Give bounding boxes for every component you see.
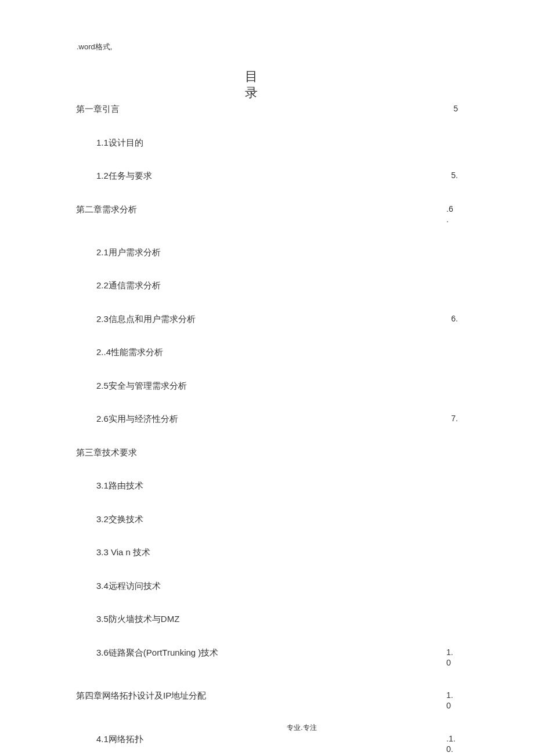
- toc-row: 3.5防火墙技术与DMZ: [76, 613, 458, 625]
- toc-label: 2.1用户需求分析: [96, 247, 161, 258]
- toc-page: 7.: [446, 413, 458, 424]
- toc-label: 2.6实用与经济性分析: [96, 413, 178, 425]
- toc-label: 3.5防火墙技术与DMZ: [96, 613, 179, 625]
- toc-label: 第三章技术要求: [76, 447, 137, 458]
- toc-label: 3.4远程访问技术: [96, 580, 161, 592]
- toc-row: 2.2通信需求分析: [76, 280, 458, 291]
- footer-note-text: 专业.专注: [217, 723, 316, 733]
- toc-row: 3.2交换技术: [76, 513, 458, 525]
- toc-label: 4.1网络拓扑: [96, 733, 143, 745]
- toc-label: 2.5安全与管理需求分析: [96, 380, 187, 392]
- toc-row: 第三章技术要求: [76, 447, 458, 458]
- toc-page: .6 .: [446, 204, 458, 225]
- toc-label: 3.1路由技术: [96, 480, 143, 491]
- toc-row: 4.1网络拓扑.1. 0.: [76, 733, 458, 754]
- toc-label: 3.6链路聚合(PortTrunking )技术: [96, 647, 218, 659]
- toc-row: 3.4远程访问技术: [76, 580, 458, 592]
- toc-label: 1.1设计目的: [96, 137, 143, 149]
- toc-label: 2.3信息点和用户需求分析: [96, 313, 196, 325]
- toc-label: 2..4性能需求分析: [96, 346, 163, 358]
- header-note: .word格式,: [77, 42, 112, 52]
- toc-row: 2.3信息点和用户需求分析6.: [76, 313, 458, 325]
- toc-row: 2..4性能需求分析: [76, 346, 458, 358]
- toc-label: 第二章需求分析: [76, 204, 137, 215]
- toc-label: 3.3 Via n 技术: [96, 547, 150, 558]
- toc-page: .1. 0.: [446, 733, 458, 754]
- toc-label: 3.2交换技术: [96, 513, 143, 525]
- toc-row: 3.3 Via n 技术: [76, 547, 458, 558]
- toc-page: 1. 0: [446, 690, 458, 711]
- toc-page: 5.: [446, 170, 458, 180]
- toc-label: 1.2任务与要求: [96, 170, 152, 182]
- toc-page: 6.: [446, 313, 458, 324]
- toc-page: 1. 0: [446, 647, 458, 668]
- toc-label: 第四章网络拓扑设计及IP地址分配: [76, 690, 206, 701]
- toc-page: 5: [446, 103, 458, 114]
- toc-row: 1.1设计目的: [76, 137, 458, 149]
- footer-note: 专业.专注: [0, 723, 534, 733]
- toc-container: 第一章引言51.1设计目的1.2任务与要求5.第二章需求分析.6 .2.1用户需…: [76, 103, 458, 756]
- toc-label: 第一章引言: [76, 103, 120, 115]
- toc-row: 2.5安全与管理需求分析: [76, 380, 458, 392]
- toc-row: 3.6链路聚合(PortTrunking )技术1. 0: [76, 647, 458, 668]
- toc-row: 2.1用户需求分析: [76, 247, 458, 258]
- toc-label: 2.2通信需求分析: [96, 280, 161, 291]
- toc-row: 第四章网络拓扑设计及IP地址分配1. 0: [76, 690, 458, 711]
- toc-title: 目录: [243, 68, 260, 101]
- toc-row: 1.2任务与要求5.: [76, 170, 458, 182]
- toc-row: 2.6实用与经济性分析7.: [76, 413, 458, 425]
- toc-row: 第一章引言5: [76, 103, 458, 115]
- toc-row: 3.1路由技术: [76, 480, 458, 491]
- toc-row: 第二章需求分析.6 .: [76, 204, 458, 225]
